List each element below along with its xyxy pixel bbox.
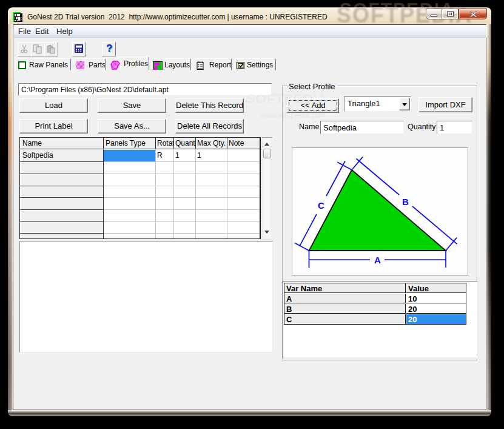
- svg-text:C: C: [318, 200, 324, 211]
- svg-text:A: A: [374, 255, 381, 265]
- svg-text:B: B: [402, 197, 409, 207]
